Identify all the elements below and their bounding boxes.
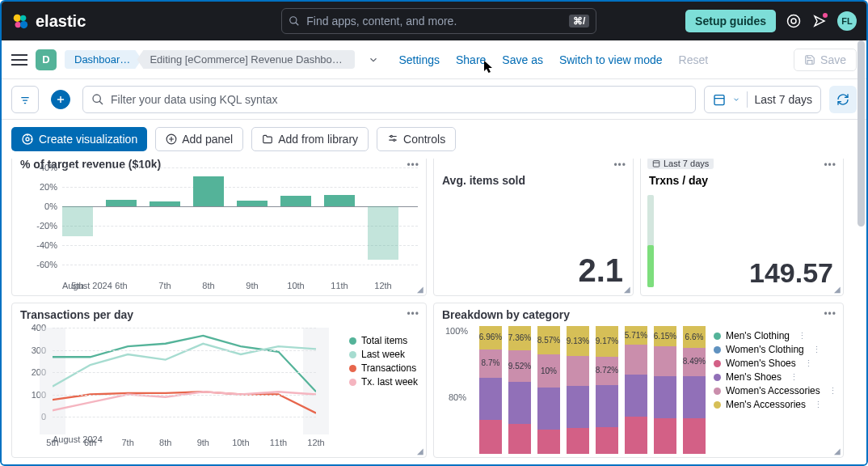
legend-item[interactable]: Women's Clothing⋮ (714, 344, 837, 355)
stacked-bar: 9.17%8.72% (596, 326, 618, 454)
refresh-button[interactable] (829, 86, 857, 113)
add-panel-button[interactable]: Add panel (155, 127, 243, 151)
breadcrumb-dashboards[interactable]: Dashboar… (65, 50, 141, 69)
bar (324, 195, 355, 206)
x-tick: 12th (307, 438, 324, 447)
dashboard-action-bar: Create visualization Add panel Add from … (2, 120, 866, 159)
create-visualization-button[interactable]: Create visualization (11, 127, 147, 151)
svg-line-5 (296, 23, 299, 26)
svg-line-14 (99, 101, 103, 104)
chevron-down-icon (732, 95, 740, 104)
resize-handle-icon[interactable]: ◢ (417, 285, 423, 294)
resize-handle-icon[interactable]: ◢ (834, 447, 841, 455)
svg-point-13 (93, 95, 100, 102)
svg-point-25 (390, 135, 392, 137)
svg-point-6 (788, 15, 800, 28)
calendar-icon (713, 93, 726, 106)
legend-item[interactable]: Women's Shoes⋮ (714, 358, 837, 369)
x-tick: 9th (197, 438, 209, 447)
space-selector[interactable]: D (36, 49, 57, 70)
date-picker[interactable]: Last 7 days (704, 86, 821, 113)
panel-menu-icon[interactable]: ••• (824, 308, 836, 320)
stacked-bar: 6.96%8.7% (479, 326, 502, 454)
y-tick: 80% (449, 392, 466, 402)
query-placeholder: Filter your data using KQL syntax (111, 93, 277, 106)
app-toolbar: D Dashboar… Editing [eCommerce] Revenue … (2, 40, 866, 79)
calendar-icon (652, 159, 660, 167)
save-label: Save (820, 53, 846, 66)
panel-menu-icon[interactable]: ••• (824, 159, 836, 171)
bar (368, 206, 398, 260)
legend-item[interactable]: Men's Shoes⋮ (714, 371, 837, 383)
filter-toggle-button[interactable] (11, 86, 39, 113)
panel-avg-items[interactable]: Avg. items sold ••• 2.1 ◢ (433, 159, 634, 296)
bar (106, 200, 137, 206)
svg-point-4 (290, 17, 297, 23)
breadcrumb-current: Editing [eCommerce] Revenue Dashboar… (137, 50, 355, 69)
setup-guides-button[interactable]: Setup guides (685, 10, 776, 32)
add-panel-label: Add panel (182, 133, 233, 146)
panel-transactions-per-day[interactable]: Transactions per day ••• 0100200300400 5… (11, 303, 427, 458)
bar (237, 201, 268, 206)
legend-item[interactable]: Tx. last week (349, 376, 418, 388)
help-icon[interactable] (786, 13, 802, 29)
add-filter-button[interactable] (51, 90, 70, 109)
x-tick: 11th (270, 438, 287, 447)
panel-title: Trxns / day (641, 171, 843, 190)
y-tick: -40% (36, 240, 57, 250)
save-button[interactable]: Save (794, 49, 857, 71)
nav-toggle-icon[interactable] (11, 54, 27, 66)
x-tick: 7th (158, 281, 171, 290)
legend-item[interactable]: Last week (349, 349, 418, 360)
legend-item[interactable]: Women's Accessories⋮ (714, 385, 837, 396)
settings-link[interactable]: Settings (398, 53, 440, 66)
bar (193, 176, 224, 206)
dashboard-grid: % of target revenue ($10k) ••• 40%20%0%-… (2, 159, 866, 464)
resize-handle-icon[interactable]: ◢ (834, 285, 841, 294)
panel-breakdown-category[interactable]: Breakdown by category ••• 100% 80% 6.96%… (433, 303, 844, 458)
bar (150, 201, 180, 206)
filter-icon (19, 94, 31, 105)
scrollbar[interactable] (857, 40, 865, 227)
logo[interactable]: elastic (11, 12, 86, 31)
query-input[interactable]: Filter your data using KQL syntax (82, 86, 696, 113)
target-chart: 40%20%0%-20%-40%-60% 5th6th7th8th9th10th… (28, 167, 418, 279)
chevron-down-icon[interactable] (368, 54, 379, 66)
notification-dot (823, 13, 828, 18)
svg-point-3 (20, 21, 27, 28)
controls-label: Controls (403, 133, 445, 146)
legend-item[interactable]: Men's Clothing⋮ (714, 330, 837, 341)
switch-view-link[interactable]: Switch to view mode (559, 53, 663, 66)
top-header: elastic Find apps, content, and more. ⌘/… (2, 2, 866, 40)
stacked-bar: 5.71% (625, 326, 647, 454)
x-tick: 10th (232, 438, 249, 447)
legend-item[interactable]: Total items (349, 335, 418, 346)
global-search[interactable]: Find apps, content, and more. ⌘/ (281, 8, 596, 34)
date-range-label: Last 7 days (754, 93, 812, 106)
panel-menu-icon[interactable]: ••• (407, 308, 419, 320)
panel-menu-icon[interactable]: ••• (613, 159, 626, 171)
resize-handle-icon[interactable]: ◢ (624, 285, 630, 294)
resize-handle-icon[interactable]: ◢ (417, 447, 423, 455)
user-avatar[interactable]: FL (837, 11, 857, 31)
svg-point-2 (15, 22, 21, 28)
save-icon (804, 54, 815, 66)
stacked-bar: 7.36%9.52% (508, 326, 531, 454)
newsfeed-icon[interactable] (811, 13, 828, 29)
reset-link: Reset (679, 53, 709, 66)
svg-rect-15 (714, 95, 724, 104)
svg-point-18 (26, 138, 29, 141)
svg-point-1 (20, 15, 26, 21)
panel-trxns-day[interactable]: ••• Last 7 days Trxns / day 149.57 ◢ (640, 159, 844, 296)
add-from-library-button[interactable]: Add from library (251, 127, 369, 151)
x-axis-label: August 2024 (53, 434, 103, 444)
breadcrumb: Dashboar… Editing [eCommerce] Revenue Da… (65, 50, 355, 69)
x-tick: 6th (115, 281, 127, 290)
controls-button[interactable]: Controls (377, 127, 456, 151)
save-as-link[interactable]: Save as (502, 53, 543, 66)
panel-target-revenue[interactable]: % of target revenue ($10k) ••• 40%20%0%-… (11, 159, 427, 296)
share-link[interactable]: Share (456, 53, 486, 66)
legend-item[interactable]: Men's Accessories⋮ (714, 399, 837, 410)
legend-item[interactable]: Transactions (349, 362, 418, 374)
panel-title: Avg. items sold (434, 159, 633, 192)
